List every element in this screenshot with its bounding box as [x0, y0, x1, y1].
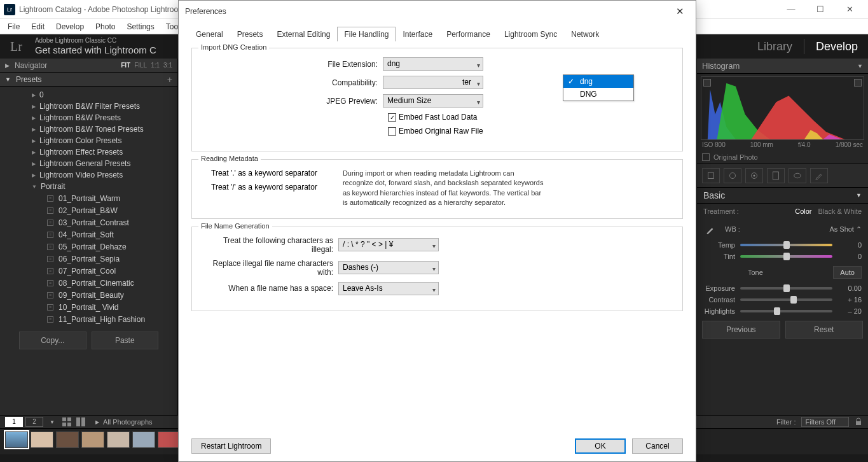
menu-file[interactable]: File — [3, 20, 25, 33]
auto-button[interactable]: Auto — [833, 266, 862, 279]
view-1[interactable]: 1 — [5, 417, 23, 427]
spot-tool-icon[interactable] — [724, 168, 741, 183]
dialog-close-button[interactable]: ✕ — [671, 3, 689, 20]
menu-settings[interactable]: Settings — [121, 20, 159, 33]
ok-button[interactable]: OK — [575, 438, 626, 454]
histogram-header[interactable]: Histogram ▼ — [697, 59, 868, 74]
contrast-slider[interactable]: Contrast + 16 — [697, 294, 868, 305]
basic-header[interactable]: Basic ▼ — [697, 188, 868, 204]
preset-group[interactable]: ▶Lightroom Video Presets — [0, 169, 177, 181]
reset-button[interactable]: Reset — [785, 321, 864, 339]
treat-bw[interactable]: Black & White — [818, 207, 862, 215]
menu-develop[interactable]: Develop — [51, 20, 89, 33]
thumbnail[interactable] — [158, 431, 181, 448]
dropdown-option[interactable]: dng — [563, 75, 633, 88]
thumbnail[interactable] — [56, 431, 79, 448]
histogram-chart[interactable] — [701, 76, 864, 140]
exposure-slider[interactable]: Exposure 0.00 — [697, 283, 868, 294]
preset-group[interactable]: ▶Lightroom Effect Presets — [0, 146, 177, 158]
copy-button[interactable]: Copy... — [19, 332, 86, 349]
previous-button[interactable]: Previous — [702, 321, 780, 339]
presets-header[interactable]: ▼ Presets + — [0, 73, 177, 87]
dropdown-option[interactable]: DNG — [563, 88, 633, 101]
eyedropper-icon[interactable] — [703, 221, 719, 237]
thumbnail[interactable] — [5, 431, 28, 448]
gradient-tool-icon[interactable] — [767, 168, 785, 183]
preset-item[interactable]: ≡04_Portrait_Soft — [0, 228, 177, 241]
filter-select[interactable]: Filters Off — [801, 417, 849, 427]
minimize-button[interactable]: — — [776, 0, 806, 19]
checkbox-icon[interactable] — [702, 153, 710, 161]
menu-edit[interactable]: Edit — [26, 20, 50, 33]
preset-group[interactable]: ▶Lightroom B&W Filter Presets — [0, 101, 177, 112]
tab-network[interactable]: Network — [564, 27, 606, 41]
grid-icon[interactable] — [62, 417, 71, 426]
tab-performance[interactable]: Performance — [439, 27, 497, 41]
maximize-button[interactable]: ☐ — [806, 0, 835, 19]
preset-group[interactable]: ▶Lightroom B&W Toned Presets — [0, 123, 177, 135]
preset-item[interactable]: ≡02_Portrait_B&W — [0, 204, 177, 216]
add-preset-icon[interactable]: + — [167, 74, 172, 85]
preset-group[interactable]: ▶Lightroom B&W Presets — [0, 112, 177, 123]
paste-button[interactable]: Paste — [92, 332, 159, 349]
shadow-clip-icon[interactable] — [703, 79, 711, 87]
restart-lightroom-button[interactable]: Restart Lightroom — [191, 438, 271, 454]
original-photo-toggle[interactable]: Original Photo — [697, 151, 868, 164]
thumbnail[interactable] — [107, 431, 130, 448]
lock-icon[interactable] — [854, 417, 863, 426]
preset-item[interactable]: ≡03_Portrait_Contrast — [0, 216, 177, 228]
preset-item[interactable]: ≡06_Portrait_Sepia — [0, 253, 177, 265]
crop-tool-icon[interactable] — [702, 168, 720, 183]
view-2[interactable]: 2 — [25, 417, 43, 427]
preset-item[interactable]: ≡08_Portrait_Cinematic — [0, 277, 177, 289]
preset-item[interactable]: ≡10_Portrait_ Vivid — [0, 301, 177, 313]
preset-group[interactable]: ▶Lightroom General Presets — [0, 158, 177, 169]
thumbnail[interactable] — [31, 431, 53, 448]
preset-group-open[interactable]: ▼Portrait — [0, 181, 177, 192]
slash-separator-checkbox[interactable]: Treat '/' as a keyword separator — [211, 183, 317, 192]
thumbnail[interactable] — [132, 431, 155, 448]
compatibility-select[interactable]: ter — [383, 76, 483, 89]
embed-raw-checkbox[interactable]: Embed Original Raw File — [388, 127, 483, 136]
nav-fit[interactable]: FIT — [121, 62, 130, 69]
illegal-chars-select[interactable]: / : \ * ? " < > | ¥ — [338, 238, 439, 251]
replace-chars-select[interactable]: Dashes (-) — [338, 261, 439, 274]
embed-fast-load-checkbox[interactable]: Embed Fast Load Data — [388, 113, 477, 122]
dot-separator-checkbox[interactable]: Treat '.' as a keyword separator — [211, 169, 317, 178]
temp-slider[interactable]: Temp 0 — [697, 239, 868, 251]
treat-color[interactable]: Color — [795, 207, 811, 215]
preset-item[interactable]: ≡01_Portrait_Warm — [0, 192, 177, 204]
preset-item[interactable]: ≡11_Portrait_High Fashion — [0, 313, 177, 325]
tab-file-handling[interactable]: File Handling — [337, 27, 396, 41]
radial-tool-icon[interactable] — [789, 168, 806, 183]
preset-item[interactable]: ≡09_Portrait_Beauty — [0, 289, 177, 301]
file-extension-dropdown[interactable]: dng DNG — [563, 74, 634, 101]
nav-fill[interactable]: FILL — [134, 62, 147, 69]
tab-general[interactable]: General — [189, 27, 230, 41]
compare-icon[interactable] — [76, 417, 85, 426]
preset-item[interactable]: ≡05_Portrait_Dehaze — [0, 241, 177, 253]
tab-external-editing[interactable]: External Editing — [270, 27, 337, 41]
wb-select[interactable]: As Shot ⌃ — [829, 225, 862, 234]
preset-item[interactable]: ≡07_Portrait_Cool — [0, 265, 177, 277]
module-develop[interactable]: Develop — [816, 40, 858, 53]
highlight-clip-icon[interactable] — [854, 79, 862, 87]
preset-group[interactable]: ▶0 — [0, 89, 177, 101]
file-extension-select[interactable]: dng — [383, 57, 483, 71]
tab-interface[interactable]: Interface — [396, 27, 439, 41]
menu-photo[interactable]: Photo — [90, 20, 120, 33]
close-button[interactable]: ✕ — [835, 0, 864, 19]
nav-3-1[interactable]: 3:1 — [163, 62, 172, 69]
redeye-tool-icon[interactable] — [745, 168, 763, 183]
tab-presets[interactable]: Presets — [230, 27, 270, 41]
nav-1-1[interactable]: 1:1 — [151, 62, 160, 69]
jpeg-preview-select[interactable]: Medium Size — [383, 94, 483, 108]
space-handling-select[interactable]: Leave As-Is — [338, 282, 439, 295]
module-library[interactable]: Library — [757, 40, 792, 53]
tint-slider[interactable]: Tint 0 — [697, 251, 868, 262]
navigator-panel[interactable]: ▶ Navigator FIT FILL 1:1 3:1 — [0, 59, 177, 73]
source-label[interactable]: All Photographs — [103, 418, 153, 426]
brush-tool-icon[interactable] — [810, 168, 828, 183]
highlights-slider[interactable]: Highlights – 20 — [697, 305, 868, 317]
cancel-button[interactable]: Cancel — [632, 438, 683, 454]
